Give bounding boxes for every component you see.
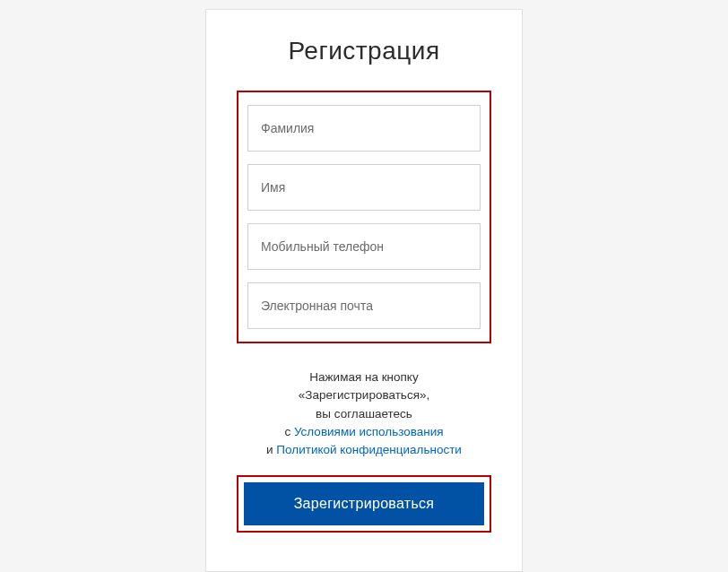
email-field[interactable] (247, 282, 481, 329)
consent-line2: «Зарегистрироваться», (299, 388, 429, 402)
registration-card: Регистрация Нажимая на кнопку «Зарегистр… (205, 9, 523, 572)
page-title: Регистрация (237, 37, 491, 65)
lastname-field[interactable] (247, 105, 481, 152)
inputs-highlight-box (237, 91, 491, 343)
consent-text: Нажимая на кнопку «Зарегистрироваться», … (237, 368, 491, 459)
phone-field[interactable] (247, 223, 481, 270)
firstname-field[interactable] (247, 164, 481, 211)
submit-highlight-box: Зарегистрироваться (237, 475, 491, 533)
terms-link[interactable]: Условиями использования (294, 425, 444, 438)
consent-and: и (266, 443, 276, 456)
consent-with: с (284, 425, 294, 438)
register-button[interactable]: Зарегистрироваться (244, 482, 484, 525)
consent-line3: вы соглашаетесь (316, 407, 412, 420)
privacy-link[interactable]: Политикой конфиденциальности (276, 443, 462, 456)
consent-line1: Нажимая на кнопку (309, 370, 418, 384)
